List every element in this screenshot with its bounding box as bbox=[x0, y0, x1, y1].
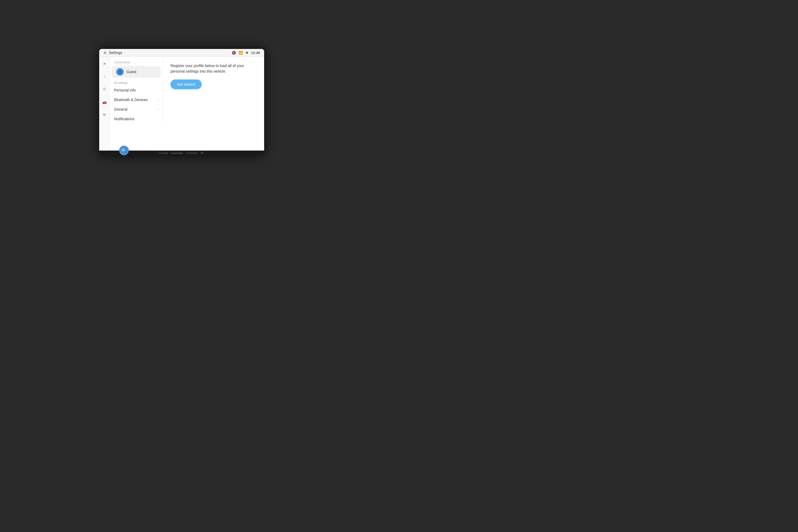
siriusxm-label: ⊕ SiriusXM bbox=[186, 152, 197, 154]
signal-icon: 📶 bbox=[239, 51, 243, 55]
header-bar: ⚙ Settings 🔇 📶 ✱ 12:49 bbox=[99, 49, 264, 57]
search-button[interactable]: 🔍 bbox=[119, 146, 129, 155]
notifications-label: Notifications bbox=[114, 117, 134, 121]
main-content: ➤ ♪ ✆ 🚗 ⚙ Current driver 👤 Guest My sett… bbox=[99, 57, 264, 151]
jbl-label: JBL bbox=[200, 152, 204, 154]
general-label: General bbox=[114, 107, 128, 111]
clock-display: 12:49 bbox=[251, 51, 260, 55]
mute-icon: 🔇 bbox=[232, 51, 236, 55]
header-status-icons: 🔇 📶 ✱ 12:49 bbox=[232, 51, 260, 55]
bluetooth-icon: ✱ bbox=[246, 51, 248, 55]
iheartradio-label: iHeart Radio bbox=[171, 152, 183, 154]
get-started-button[interactable]: Get started bbox=[171, 79, 202, 89]
welcome-text: Register your profile below to load all … bbox=[171, 63, 257, 74]
phone-nav-icon[interactable]: ✆ bbox=[101, 86, 108, 92]
screen-content: ⚙ Settings 🔇 📶 ✱ 12:49 ➤ ♪ ✆ 🚗 ⚙ bbox=[99, 49, 264, 151]
header-gear-icon: ⚙ bbox=[103, 51, 107, 55]
onstar-label: ● OnStar bbox=[159, 152, 168, 154]
personal-info-label: Personal info bbox=[114, 88, 136, 92]
nav-icon[interactable]: ➤ bbox=[101, 60, 108, 67]
personal-info-item[interactable]: Personal info bbox=[110, 86, 163, 95]
general-chevron-icon: › bbox=[157, 108, 158, 111]
car-nav-icon[interactable]: 🚗 bbox=[101, 99, 108, 105]
my-settings-label: My settings bbox=[110, 79, 163, 86]
header-title: Settings bbox=[109, 51, 230, 55]
driver-item[interactable]: 👤 Guest bbox=[112, 66, 161, 78]
music-nav-icon[interactable]: ♪ bbox=[101, 73, 108, 79]
right-panel: Register your profile below to load all … bbox=[163, 57, 264, 151]
infotainment-screen: ⚙ Settings 🔇 📶 ✱ 12:49 ➤ ♪ ✆ 🚗 ⚙ bbox=[99, 49, 264, 155]
left-menu: Current driver 👤 Guest My settings Perso… bbox=[110, 57, 163, 124]
general-item[interactable]: General › bbox=[110, 104, 163, 114]
notifications-item[interactable]: Notifications bbox=[110, 114, 163, 124]
settings-nav-icon[interactable]: ⚙ bbox=[101, 111, 108, 118]
left-menu-wrapper: Current driver 👤 Guest My settings Perso… bbox=[110, 57, 163, 151]
current-driver-label: Current driver bbox=[110, 59, 163, 65]
bluetooth-chevron-icon: › bbox=[157, 98, 158, 101]
sidebar-nav: ➤ ♪ ✆ 🚗 ⚙ bbox=[99, 57, 110, 151]
bluetooth-devices-item[interactable]: Bluetooth & Devices › bbox=[110, 95, 163, 104]
bluetooth-devices-label: Bluetooth & Devices bbox=[114, 98, 148, 102]
avatar: 👤 bbox=[116, 68, 124, 76]
driver-name: Guest bbox=[126, 70, 136, 74]
search-icon: 🔍 bbox=[121, 148, 127, 153]
